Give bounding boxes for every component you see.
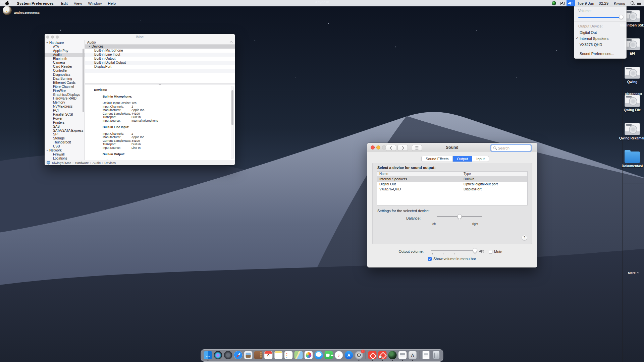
- sidebar-item[interactable]: ▼ Disc Burning: [45, 77, 85, 81]
- sidebar-item[interactable]: ▼ USB: [45, 144, 85, 148]
- volume-slider[interactable]: [578, 15, 622, 19]
- breadcrumb-item[interactable]: Kiwing's iMac ›: [52, 161, 75, 165]
- breadcrumb-item[interactable]: Audio ›: [93, 161, 104, 165]
- dock-icon-messages[interactable]: [315, 351, 323, 359]
- sidebar-item[interactable]: ▼ Printers: [45, 121, 85, 125]
- sidebar-item[interactable]: ▼ SAS: [45, 125, 85, 129]
- dock-icon-safari[interactable]: [234, 351, 243, 359]
- sidebar-item[interactable]: ▼ Network: [45, 148, 85, 153]
- volume-slider-knob[interactable]: [619, 15, 624, 19]
- sidebar-item[interactable]: ▼ SATA/SATA Express: [45, 129, 85, 133]
- sidebar-item[interactable]: ▼ Fibre Channel: [45, 85, 85, 89]
- scrollbar-thumb[interactable]: [231, 90, 233, 125]
- tab[interactable]: Output: [453, 156, 472, 162]
- dock-icon-reminders[interactable]: [284, 351, 293, 359]
- apple-menu-icon[interactable]: [5, 1, 9, 5]
- dock-icon-contacts[interactable]: [254, 351, 263, 359]
- dock-icon-preview[interactable]: [244, 351, 253, 359]
- dock-icon-itunes[interactable]: ♪: [335, 351, 343, 359]
- output-volume-slider[interactable]: [431, 248, 477, 253]
- sidebar-item[interactable]: ▼ Controller: [45, 69, 85, 73]
- menu-bar-user[interactable]: Kiwing: [611, 1, 628, 5]
- tab[interactable]: Sound Effects: [422, 156, 453, 162]
- sidebar-scrollbar[interactable]: [83, 49, 84, 112]
- dock-icon-siri[interactable]: [214, 351, 222, 359]
- mute-checkbox[interactable]: [489, 250, 492, 254]
- dock-icon-launchpad[interactable]: [224, 351, 232, 359]
- sidebar-item[interactable]: ▼ SPI: [45, 132, 85, 136]
- sidebar-item[interactable]: ▼ Bluetooth: [45, 57, 85, 61]
- sidebar-item[interactable]: ▼ Ethernet Cards: [45, 81, 85, 85]
- sidebar-item[interactable]: ▼ Graphics/Displays: [45, 93, 85, 97]
- sidebar-item[interactable]: ▼ FireWire: [45, 89, 85, 93]
- output-device-option[interactable]: ✓ Digital Out: [574, 29, 626, 36]
- sidebar-item[interactable]: ▼ Locations: [45, 157, 85, 160]
- sidebar-item[interactable]: ▼ Hardware RAID: [45, 97, 85, 101]
- menu-bar-clock-time[interactable]: 02.29: [596, 1, 611, 5]
- dock-icon-remote-globe[interactable]: [388, 351, 397, 359]
- sidebar-item[interactable]: ▼ Firewall: [45, 153, 85, 157]
- tree-device-row[interactable]: DisplayPort: [85, 65, 235, 69]
- column-header-name[interactable]: Name: [377, 172, 461, 176]
- sidebar-item[interactable]: ▼ Camera: [45, 61, 85, 65]
- output-volume-slider-knob[interactable]: [473, 248, 477, 253]
- tree-device-row[interactable]: Built-in Output: [85, 57, 235, 61]
- table-row[interactable]: Internal Speakers Built-in: [377, 177, 527, 182]
- tree-device-row[interactable]: Built-in Digital Output: [85, 61, 235, 65]
- help-button[interactable]: ?: [522, 235, 527, 241]
- sidebar-item[interactable]: ▼ PCI: [45, 109, 85, 113]
- disclosure-triangle-icon[interactable]: ▼: [88, 45, 91, 49]
- dock-icon-textedit[interactable]: [398, 351, 407, 359]
- tree-group-devices[interactable]: ▼ Devices: [85, 45, 235, 49]
- dock-icon-facetime[interactable]: [325, 351, 333, 359]
- dock-icon-photos[interactable]: [305, 351, 313, 359]
- detail-scrollbar[interactable]: [231, 86, 234, 159]
- table-row[interactable]: VX3276-QHD DisplayPort: [377, 187, 527, 192]
- menu-item[interactable]: Help: [105, 0, 119, 6]
- dock-icon-system-preferences[interactable]: ⚙ 1: [355, 351, 363, 359]
- sidebar-item[interactable]: ▼ Power: [45, 117, 85, 121]
- desktop-icon-qwing-rekaman[interactable]: Qwing Rekaman: [621, 123, 643, 140]
- divider-grip-icon[interactable]: [159, 84, 161, 85]
- sidebar-item[interactable]: ▼ Card Reader: [45, 65, 85, 69]
- dock-separator[interactable]: [366, 351, 366, 359]
- dock-icon-notes[interactable]: [274, 351, 283, 359]
- show-volume-checkbox[interactable]: ✓: [428, 257, 432, 261]
- tree-device-row[interactable]: Built-in Microphone: [85, 49, 235, 53]
- sidebar-item[interactable]: ▼ Memory: [45, 101, 85, 105]
- tab[interactable]: Input: [472, 156, 488, 162]
- sidebar-item[interactable]: ▼ Thunderbolt: [45, 140, 85, 144]
- menu-item[interactable]: Edit: [58, 0, 71, 6]
- sidebar-item[interactable]: ▼ NVMExpress: [45, 105, 85, 109]
- table-row[interactable]: Digital Out Optical digital-out port: [377, 182, 527, 187]
- sidebar-item[interactable]: ▼ ATA: [45, 45, 85, 49]
- collapse-caret-icon[interactable]: [230, 41, 232, 44]
- output-device-option[interactable]: ✓ Internal Speakers: [574, 36, 626, 42]
- disclosure-triangle-icon[interactable]: ▼: [46, 41, 48, 45]
- disclosure-triangle-icon[interactable]: ▼: [46, 148, 48, 153]
- show-all-button[interactable]: [412, 145, 422, 151]
- desktop-icon-qwing[interactable]: Qwing: [621, 67, 643, 84]
- sidebar-item[interactable]: ▼ Audio: [45, 53, 85, 57]
- sidebar-item[interactable]: ▼ Storage: [45, 136, 85, 140]
- dock-icon-anydesk-session[interactable]: [378, 351, 387, 359]
- balance-slider-knob[interactable]: [457, 214, 462, 219]
- dock-icon-calendar[interactable]: 9: [264, 351, 273, 359]
- back-button[interactable]: [386, 145, 396, 151]
- menu-bar-clock-date[interactable]: Tue 9 Jun: [575, 1, 597, 5]
- dock-icon-document[interactable]: [423, 351, 430, 359]
- search-input[interactable]: Search: [491, 145, 531, 151]
- sidebar-item[interactable]: ▼ Hardware: [45, 41, 85, 45]
- breadcrumb-item[interactable]: Hardware ›: [75, 161, 92, 165]
- tree-device-row[interactable]: Built-in Line Input: [85, 53, 235, 57]
- column-header-type[interactable]: Type: [461, 172, 527, 176]
- balance-slider[interactable]: [437, 214, 482, 219]
- forward-button[interactable]: [397, 145, 408, 151]
- dock-icon-maps[interactable]: [294, 351, 303, 359]
- breadcrumb-item[interactable]: Devices ›: [104, 161, 116, 165]
- dock-icon-finder[interactable]: [204, 351, 212, 359]
- dock-icon-trash[interactable]: [433, 351, 439, 359]
- desktop-icon-dokumentasi[interactable]: Dokumentasi: [621, 152, 643, 168]
- menu-item[interactable]: System Preferences: [14, 0, 57, 6]
- spotlight-menu[interactable]: [628, 0, 637, 6]
